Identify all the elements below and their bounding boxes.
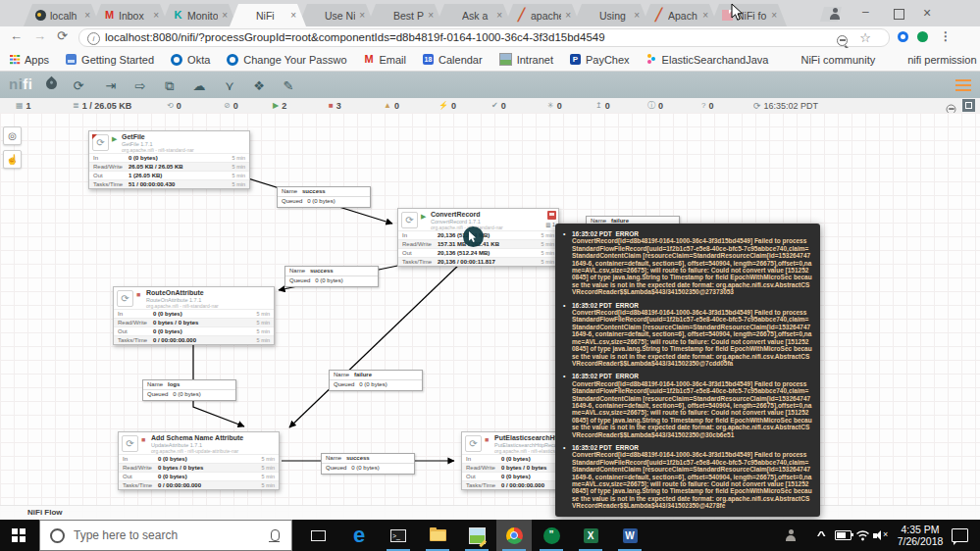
- drag-processor-icon[interactable]: ⟳: [67, 75, 90, 96]
- tab-ask-question[interactable]: Ask a×: [436, 4, 512, 26]
- hangouts-icon[interactable]: ”: [534, 520, 569, 551]
- bookmark-change-password[interactable]: Change Your Passwo: [227, 54, 346, 66]
- drag-process-group-icon[interactable]: ⧉: [158, 75, 181, 96]
- tab-apache[interactable]: ╱apache×: [504, 4, 581, 26]
- mic-icon[interactable]: [271, 529, 280, 541]
- extension-green-icon[interactable]: [917, 31, 928, 42]
- back-button[interactable]: ←: [10, 28, 23, 43]
- people-icon[interactable]: [785, 520, 797, 551]
- tab-use-nifi[interactable]: Use Ni×: [298, 4, 375, 26]
- tray-expand-icon[interactable]: ^: [817, 520, 826, 551]
- chrome-menu-icon[interactable]: ⋮: [940, 29, 952, 43]
- drag-remote-process-group-icon[interactable]: ☁: [187, 75, 211, 96]
- bookmark-intranet[interactable]: Intranet: [499, 53, 553, 66]
- global-menu-icon[interactable]: [955, 79, 971, 94]
- close-window-button[interactable]: ×: [923, 5, 931, 21]
- processor-routeonattribute[interactable]: ⟳ ■ RouteOnAttribute RouteOnAttribute 1.…: [113, 286, 275, 345]
- forward-button[interactable]: →: [33, 28, 46, 43]
- edge-icon[interactable]: e: [341, 520, 377, 551]
- bookmark-okta[interactable]: Okta: [171, 54, 210, 66]
- taskbar-search[interactable]: Type here to search: [39, 520, 292, 551]
- maximize-button[interactable]: [894, 9, 904, 23]
- connection-convertrecord-failure[interactable]: Namefailure Queued0 (0 bytes): [329, 370, 423, 391]
- action-center-icon[interactable]: [952, 520, 968, 551]
- tab-monitoring[interactable]: KMonito×: [161, 4, 237, 26]
- tab-using[interactable]: Using×: [573, 4, 649, 26]
- bookmark-calendar[interactable]: 18Calendar: [423, 54, 483, 66]
- birdseye-toggle-button[interactable]: [962, 99, 975, 112]
- drag-output-port-icon[interactable]: ⇨: [129, 75, 152, 96]
- tab-close-icon[interactable]: ×: [702, 10, 708, 21]
- transmitting-status: ⟲0: [167, 99, 181, 112]
- tab-close-icon[interactable]: ×: [290, 10, 296, 21]
- okta-icon: [171, 54, 182, 66]
- command-prompt-icon[interactable]: >_: [381, 520, 416, 551]
- chrome-icon[interactable]: [496, 520, 532, 551]
- bookmark-paychex[interactable]: PPayChex: [570, 54, 630, 66]
- bookmark-nifi-permission[interactable]: nifi permission: [892, 54, 976, 66]
- breadcrumb[interactable]: NiFi Flow: [27, 508, 63, 517]
- bulletin-indicator-icon[interactable]: [547, 211, 556, 220]
- operate-palette-button[interactable]: ☝: [3, 150, 22, 169]
- connection-updateattribute-success[interactable]: Namesuccess Queued0 (0 bytes): [321, 453, 415, 475]
- bookmark-star-icon[interactable]: ☆: [859, 30, 871, 45]
- navigate-palette-button[interactable]: ◎: [3, 126, 22, 145]
- tab-close-icon[interactable]: ×: [634, 10, 640, 21]
- drag-funnel-icon[interactable]: ⋎: [218, 75, 241, 96]
- photos-icon[interactable]: [459, 520, 494, 551]
- tab-close-icon[interactable]: ×: [565, 10, 571, 21]
- processor-add-schema-name-attribute[interactable]: ⟳ ■ Add Schema Name Attribute UpdateAttr…: [118, 431, 280, 490]
- tab-close-icon[interactable]: ×: [771, 10, 777, 21]
- page-info-icon[interactable]: i: [87, 32, 100, 45]
- tab-nifi-active[interactable]: NiFi×: [230, 4, 306, 26]
- not-transmitting-status: ⊘0: [224, 99, 238, 112]
- nifi-canvas[interactable]: ◎ ☝ ⟳ ▶ GetFile GetFile 1.7.1 org.apache…: [0, 113, 980, 520]
- last-refresh[interactable]: ⟳16:35:02 PDT: [753, 99, 818, 112]
- excel-icon[interactable]: X: [573, 520, 608, 551]
- tab-inbox[interactable]: MInbox×: [92, 4, 169, 26]
- bookmark-nifi-community[interactable]: NiFi community: [785, 54, 875, 66]
- extension-blue-icon[interactable]: [898, 31, 908, 42]
- tab-best-practices[interactable]: Best Pr×: [367, 4, 443, 26]
- reload-button[interactable]: ⟳: [57, 28, 68, 43]
- nifi-drop-icon: [44, 76, 60, 92]
- start-button[interactable]: [12, 528, 26, 542]
- volume-muted-icon[interactable]: ×: [873, 520, 889, 551]
- file-explorer-icon[interactable]: [420, 520, 455, 551]
- tab-close-icon[interactable]: ×: [222, 10, 228, 21]
- bookmark-elasticsearch[interactable]: ElasticSearchandJava: [646, 54, 769, 66]
- bookmark-email[interactable]: MEmail: [364, 54, 407, 66]
- battery-icon[interactable]: [835, 520, 851, 551]
- tab-close-icon[interactable]: ×: [496, 10, 502, 21]
- tab-localhost[interactable]: localh×: [24, 4, 100, 26]
- stat-row: In0 (0 bytes)5 min: [119, 454, 279, 463]
- connection-getfile-success[interactable]: Namesuccess Queued0 (0 bytes): [277, 186, 371, 208]
- minimize-button[interactable]: –: [862, 5, 869, 19]
- drag-label-icon[interactable]: ✎: [277, 75, 300, 96]
- running-status: ▶2: [273, 99, 286, 112]
- wifi-icon[interactable]: [855, 520, 870, 551]
- url-omnibox[interactable]: i localhost:8080/nifi/?processGroupId=ro…: [78, 28, 890, 47]
- tab-nifi-forum[interactable]: NiFi fo×: [710, 4, 787, 26]
- drag-template-icon[interactable]: ❖: [247, 75, 271, 96]
- tab-label: Inbox: [119, 10, 149, 22]
- tab-close-icon[interactable]: ×: [153, 10, 159, 21]
- taskbar-clock[interactable]: 4:35 PM 7/26/2018: [897, 520, 944, 551]
- tab-close-icon[interactable]: ×: [359, 10, 365, 21]
- bookmark-apps[interactable]: Apps: [10, 54, 49, 66]
- bulletin-entry: • 16:35:02 PDT ERRORConvertRecord[id=d8b…: [563, 302, 812, 368]
- drag-input-port-icon[interactable]: ⇥: [99, 75, 123, 96]
- processor-getfile[interactable]: ⟳ ▶ GetFile GetFile 1.7.1 org.apache.nif…: [88, 130, 250, 189]
- word-icon[interactable]: W: [612, 520, 647, 551]
- bookmark-getting-started[interactable]: Getting Started: [66, 54, 154, 66]
- run-status-icon: ■: [485, 436, 489, 443]
- tab-close-icon[interactable]: ×: [428, 10, 434, 21]
- connection-convertrecord-success[interactable]: Namesuccess Queued0 (0 bytes): [284, 266, 379, 287]
- tab-apache-2[interactable]: ╱Apach×: [642, 4, 718, 26]
- tab-label: apache: [531, 10, 561, 22]
- bulletin-error-tooltip: • 16:35:02 PDT ERRORConvertRecord[id=d8b…: [555, 224, 820, 517]
- connection-route-logs[interactable]: Namelogs Queued0 (0 bytes): [142, 379, 236, 401]
- active-thread-count: ▥ 1: [545, 222, 555, 227]
- task-view-button[interactable]: [300, 520, 335, 551]
- tab-close-icon[interactable]: ×: [84, 10, 90, 21]
